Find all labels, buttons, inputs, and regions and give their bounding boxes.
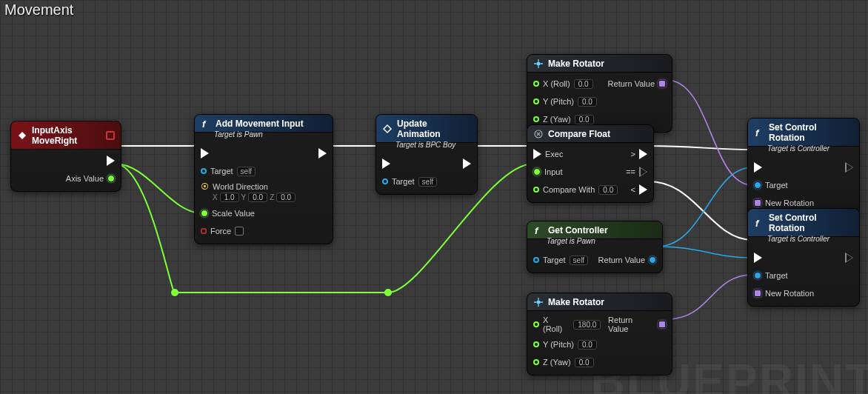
node-get-controller[interactable]: f Get Controller Target is Pawn Targetse… <box>527 221 663 273</box>
node-make-rotator-bottom[interactable]: Make Rotator X (Roll)180.0 Y (Pitch)0.0 … <box>527 293 672 375</box>
node-make-rotator-top[interactable]: Make Rotator X (Roll)0.0 Y (Pitch)0.0 Z … <box>527 54 672 133</box>
pin-target[interactable]: Target <box>754 178 814 192</box>
pin-compare-with[interactable]: Compare With0.0 <box>533 183 618 196</box>
svg-rect-6 <box>537 301 540 304</box>
node-title: Set Control Rotation <box>769 213 853 233</box>
pin-y-pitch[interactable]: Y (Pitch)0.0 <box>533 338 601 351</box>
node-header: f Set Control Rotation <box>748 118 859 147</box>
node-title: Set Control Rotation <box>769 122 853 143</box>
node-title: Make Rotator <box>548 297 604 307</box>
function-icon: f <box>533 225 544 236</box>
pin-target[interactable]: Target <box>754 269 814 282</box>
delegate-pin[interactable] <box>106 131 115 140</box>
exec-in[interactable] <box>201 147 296 160</box>
node-header: Make Rotator <box>527 293 672 311</box>
exec-out-gt[interactable]: > <box>631 147 647 161</box>
graph-title: Movement <box>4 1 73 19</box>
exec-out-eq[interactable]: == <box>626 165 647 178</box>
node-title: Add Movement Input <box>216 118 304 129</box>
exec-out[interactable] <box>318 147 327 160</box>
pin-y-pitch[interactable]: Y (Pitch)0.0 <box>533 95 597 108</box>
node-update-animation[interactable]: Update Animation Target is BPC Boy Targe… <box>375 114 478 195</box>
function-icon: f <box>754 127 764 138</box>
node-set-control-rotation-bottom[interactable]: f Set Control Rotation Target is Control… <box>747 208 860 307</box>
exec-in[interactable] <box>382 157 437 170</box>
node-header: InputAxis MoveRight <box>11 121 121 150</box>
macro-icon <box>533 129 544 139</box>
node-subtitle: Target is Pawn <box>527 237 662 249</box>
node-subtitle: Target is BPC Boy <box>376 141 477 153</box>
exec-in[interactable]: Exec <box>533 147 618 161</box>
pin-z-yaw[interactable]: Z (Yaw)0.0 <box>533 355 601 369</box>
pin-x-roll[interactable]: X (Roll)0.0 <box>533 77 597 90</box>
exec-out[interactable] <box>107 154 115 167</box>
pin-target[interactable]: Targetself <box>533 253 588 267</box>
canvas-grid[interactable] <box>0 0 868 394</box>
pin-new-rotation[interactable]: New Rotation <box>754 287 814 300</box>
exec-out-lt[interactable]: < <box>631 183 647 196</box>
make-struct-icon <box>533 59 544 69</box>
pin-x-roll[interactable]: X (Roll)180.0 <box>533 315 601 333</box>
node-title: Compare Float <box>548 129 610 139</box>
node-compare-float[interactable]: Compare Float Exec Input Compare With0.0… <box>527 124 654 203</box>
exec-out[interactable] <box>845 161 853 174</box>
node-subtitle: Target is Pawn <box>195 130 333 142</box>
svg-text:f: f <box>755 218 760 228</box>
event-icon <box>17 130 27 141</box>
pin-axis-value[interactable]: Axis Value <box>66 172 115 185</box>
pin-force[interactable]: Force <box>201 224 296 238</box>
exec-out[interactable] <box>463 157 471 170</box>
node-set-control-rotation-top[interactable]: f Set Control Rotation Target is Control… <box>747 118 860 216</box>
pin-return-value[interactable]: Return Value <box>608 77 666 90</box>
svg-text:f: f <box>755 127 760 138</box>
event-call-icon <box>382 124 393 134</box>
function-icon: f <box>201 118 211 129</box>
pin-target[interactable]: Target self <box>201 164 296 178</box>
node-title: InputAxis MoveRight <box>32 125 101 146</box>
svg-text:f: f <box>535 225 539 236</box>
node-title: Get Controller <box>548 225 608 236</box>
svg-text:f: f <box>202 118 207 129</box>
pin-return-value[interactable]: Return Value <box>598 253 656 267</box>
node-header: f Set Control Rotation <box>748 209 859 237</box>
pin-return-value[interactable]: Return Value <box>608 315 666 333</box>
force-checkbox[interactable] <box>235 227 244 236</box>
svg-rect-3 <box>537 62 540 65</box>
pin-world-direction[interactable]: ⦿ World Direction X1.0 Y0.0 Z0.0 <box>201 182 296 202</box>
exec-in[interactable] <box>754 161 814 174</box>
node-header: Update Animation <box>376 115 477 143</box>
make-struct-icon <box>533 297 544 307</box>
pin-scale-value[interactable]: Scale Value <box>201 207 296 220</box>
pin-target[interactable]: Target self <box>382 175 437 188</box>
node-header: Make Rotator <box>527 55 672 73</box>
node-inputaxis-moveright[interactable]: InputAxis MoveRight Axis Value <box>10 121 121 192</box>
node-subtitle: Target is Controller <box>748 144 859 156</box>
node-add-movement-input[interactable]: f Add Movement Input Target is Pawn Targ… <box>194 114 333 244</box>
node-subtitle: Target is Controller <box>748 235 859 247</box>
node-title: Update Animation <box>397 118 471 139</box>
node-title: Make Rotator <box>548 59 604 69</box>
function-icon: f <box>754 218 764 228</box>
exec-in[interactable] <box>754 251 814 264</box>
pin-input[interactable]: Input <box>533 165 618 178</box>
exec-out[interactable] <box>845 251 853 264</box>
node-header: Compare Float <box>527 125 653 143</box>
